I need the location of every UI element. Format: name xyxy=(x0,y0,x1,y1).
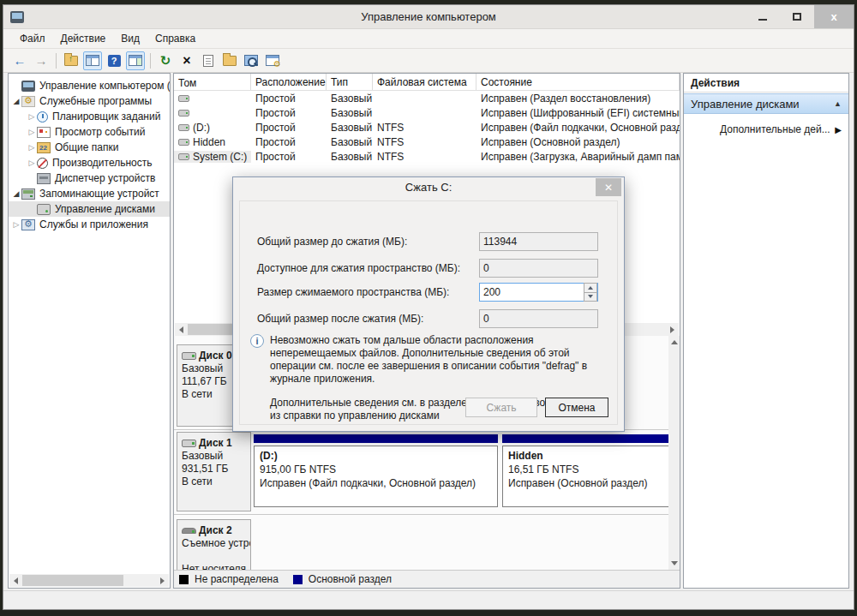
scroll-up-icon[interactable] xyxy=(668,336,680,349)
disk-area-vertical-scrollbar[interactable] xyxy=(668,336,680,570)
collapse-caret-icon[interactable]: ▲ xyxy=(834,99,842,108)
actions-item-more-actions[interactable]: Дополнительные дей... ▶ xyxy=(684,121,848,138)
toolbar: ← → ? ↻ × xyxy=(3,49,854,73)
open-icon[interactable] xyxy=(220,51,239,70)
expander-icon[interactable]: ◢ xyxy=(11,97,21,105)
menu-help[interactable]: Справка xyxy=(147,30,203,47)
event-log-icon xyxy=(37,127,51,138)
find-icon[interactable] xyxy=(242,51,261,70)
menu-file[interactable]: Файл xyxy=(12,30,53,47)
dialog-title: Сжать C: xyxy=(233,181,624,194)
shared-folder-icon xyxy=(37,142,51,153)
tree-item-event-viewer[interactable]: ▷ Просмотр событий xyxy=(9,124,170,140)
properties-icon[interactable] xyxy=(199,51,218,70)
volume-row[interactable]: Простой Базовый Исправен (Раздел восстан… xyxy=(174,91,680,105)
tree-item-performance[interactable]: ▷ Производительность xyxy=(9,155,170,170)
volume-row-selected[interactable]: System (C:) Простой Базовый NTFS Исправе… xyxy=(174,149,680,164)
spinner-up-icon[interactable] xyxy=(584,283,597,293)
expander-icon[interactable]: ▷ xyxy=(27,112,37,121)
volume-row[interactable]: (D:) Простой Базовый NTFS Исправен (Файл… xyxy=(174,120,680,135)
partition-color-band xyxy=(254,434,498,443)
computer-icon xyxy=(21,81,35,92)
console-tree-pane: ▷ Управление компьютером (л ◢ Служебные … xyxy=(8,73,171,589)
cancel-button[interactable]: Отмена xyxy=(545,398,608,417)
volume-icon xyxy=(178,124,189,131)
tree-item-device-manager[interactable]: ▷ Диспетчер устройств xyxy=(9,170,170,186)
services-icon xyxy=(21,219,35,230)
menu-action[interactable]: Действие xyxy=(53,30,114,47)
scrollbar-thumb[interactable] xyxy=(22,575,123,586)
action-pane-toggle-icon[interactable] xyxy=(126,51,145,70)
field-label-shrink-amount: Размер сжимаемого пространства (МБ): xyxy=(257,286,449,298)
disk-2-label: Диск 2 Съемное устро Нет носителя xyxy=(177,519,251,570)
tree-item-shared-folders[interactable]: ▷ Общие папки xyxy=(9,140,170,155)
partition-hidden[interactable]: Hidden 16,51 ГБ NTFS Исправен (Основной … xyxy=(502,434,669,507)
device-manager-icon xyxy=(37,173,51,184)
tree-horizontal-scrollbar[interactable] xyxy=(9,574,169,587)
volume-icon xyxy=(178,139,189,146)
storage-icon xyxy=(21,188,35,200)
tree-item-disk-management[interactable]: ▷ Управление дисками xyxy=(9,201,170,217)
expander-icon[interactable]: ▷ xyxy=(27,158,37,167)
refresh-icon[interactable]: ↻ xyxy=(156,51,175,70)
field-size-before: 113944 xyxy=(479,232,598,251)
legend-primary-swatch xyxy=(293,575,303,584)
expander-icon[interactable]: ▷ xyxy=(27,128,37,136)
column-header-status[interactable]: Состояние xyxy=(476,74,680,90)
shrink-amount-input[interactable]: 200 xyxy=(479,283,598,302)
shrink-amount-spinner[interactable] xyxy=(584,283,597,302)
volume-row[interactable]: Hidden Простой Базовый NTFS Исправен (Ос… xyxy=(174,135,680,149)
column-header-filesystem[interactable]: Файловая система xyxy=(373,74,476,90)
disk-1-label: Диск 1 Базовый 931,51 ГБ В сети xyxy=(177,432,251,511)
scroll-right-icon[interactable] xyxy=(156,574,169,587)
dialog-info-text: Невозможно сжать том дальше области расп… xyxy=(270,334,605,386)
tree-item-computer-management[interactable]: ▷ Управление компьютером (л xyxy=(9,78,170,93)
disk-row-1[interactable]: Диск 1 Базовый 931,51 ГБ В сети (D:) 915… xyxy=(174,430,668,515)
actions-pane: Действия Управление дисками ▲ Дополнител… xyxy=(683,73,849,589)
menu-view[interactable]: Вид xyxy=(113,30,147,47)
partition-d[interactable]: (D:) 915,00 ГБ NTFS Исправен (Файл подка… xyxy=(254,434,498,507)
column-header-volume[interactable]: Том xyxy=(174,74,251,90)
options-icon[interactable] xyxy=(263,51,282,70)
scroll-down-icon[interactable] xyxy=(668,557,680,570)
dialog-title-bar: Сжать C: ✕ xyxy=(233,177,624,198)
tree-item-storage[interactable]: ◢ Запоминающие устройст xyxy=(9,186,170,201)
minimize-button[interactable] xyxy=(746,5,780,28)
partition-legend: Не распределена Основной раздел xyxy=(174,570,680,588)
scroll-right-icon[interactable] xyxy=(666,323,679,336)
actions-group-disk-management[interactable]: Управление дисками ▲ xyxy=(684,93,848,114)
title-bar: Управление компьютером x xyxy=(3,5,854,29)
expander-icon[interactable]: ◢ xyxy=(11,189,21,198)
close-button[interactable]: x xyxy=(814,5,854,28)
volume-row[interactable]: Простой Базовый Исправен (Шифрованный (E… xyxy=(174,105,680,120)
disk-row-2[interactable]: Диск 2 Съемное устро Нет носителя xyxy=(174,517,668,570)
field-available-space: 0 xyxy=(479,259,598,278)
console-tree-toggle-icon[interactable] xyxy=(83,51,102,70)
scroll-left-icon[interactable] xyxy=(175,323,188,336)
removable-disk-icon xyxy=(182,528,196,534)
export-list-icon[interactable] xyxy=(62,51,81,70)
expander-icon[interactable]: ▷ xyxy=(27,143,37,152)
spinner-down-icon[interactable] xyxy=(584,293,597,302)
delete-icon[interactable]: × xyxy=(177,51,196,70)
volume-icon xyxy=(178,110,189,117)
legend-primary-label: Основной раздел xyxy=(309,573,392,585)
shrink-button[interactable]: Сжать xyxy=(465,398,537,417)
dialog-close-icon[interactable]: ✕ xyxy=(596,178,621,196)
volume-icon xyxy=(178,153,189,160)
column-header-type[interactable]: Тип xyxy=(327,74,373,90)
legend-unallocated-label: Не распределена xyxy=(195,573,279,585)
tree-item-services-apps[interactable]: ▷ Службы и приложения xyxy=(9,217,170,232)
field-label-size-before: Общий размер до сжатия (МБ): xyxy=(257,236,407,248)
disk-drive-icon xyxy=(37,204,51,215)
volume-list-header: Том Расположение Тип Файловая система Со… xyxy=(174,74,680,91)
tree-item-system-tools[interactable]: ◢ Служебные программы xyxy=(9,93,170,109)
tree-item-task-scheduler[interactable]: ▷ Планировщик заданий xyxy=(9,109,170,124)
forward-icon[interactable]: → xyxy=(32,51,51,70)
maximize-button[interactable] xyxy=(780,5,814,28)
column-header-layout[interactable]: Расположение xyxy=(251,74,327,90)
scroll-left-icon[interactable] xyxy=(9,574,22,587)
help-icon[interactable]: ? xyxy=(105,51,123,70)
back-icon[interactable]: ← xyxy=(10,51,29,70)
expander-icon[interactable]: ▷ xyxy=(11,220,21,229)
